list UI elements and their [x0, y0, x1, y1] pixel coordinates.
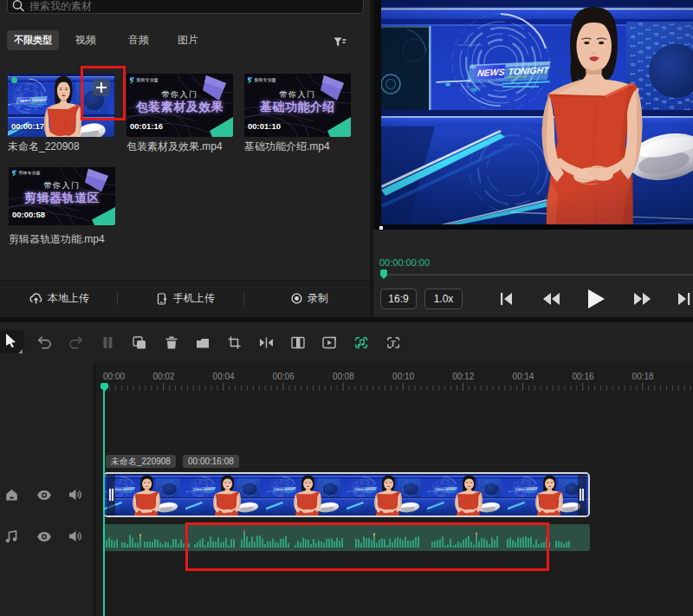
svg-text:T: T	[390, 338, 396, 347]
